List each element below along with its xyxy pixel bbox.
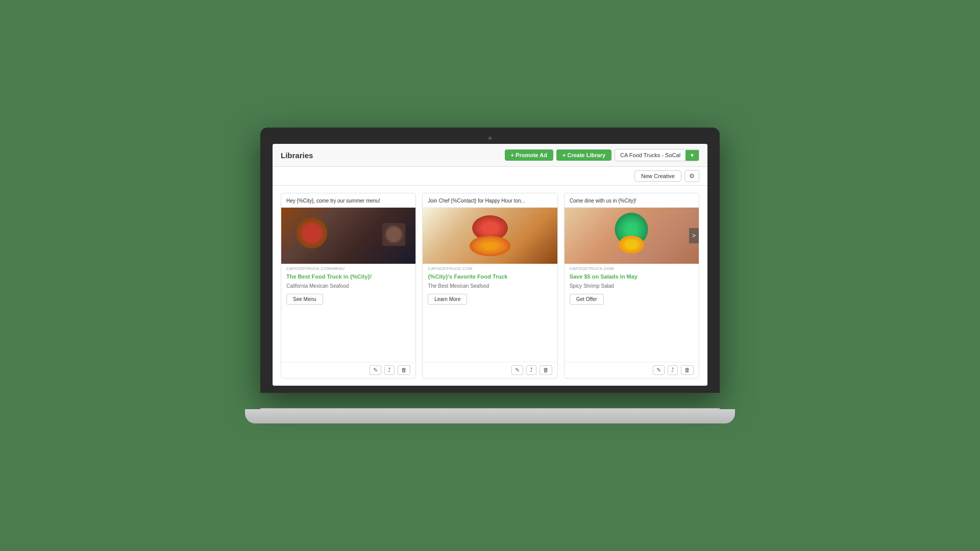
- app-container: Libraries + Promote Ad + Create Library …: [273, 144, 707, 386]
- edit-icon: ✎: [515, 367, 520, 373]
- card-2-delete-button[interactable]: 🗑: [540, 365, 552, 375]
- card-3-description: Spicy Shrimp Salad: [565, 282, 699, 292]
- card-3-header: Come dine with us in {%City}!: [565, 193, 699, 208]
- new-creative-button[interactable]: New Creative: [634, 170, 681, 182]
- card-2-footer: ✎ ⤴ 🗑: [423, 362, 557, 378]
- card-3-share-button[interactable]: ⤴: [668, 365, 678, 375]
- cards-grid: Hey {%City}, come try our summer menu! C…: [281, 193, 699, 379]
- settings-button[interactable]: ⚙: [684, 170, 699, 182]
- card-1-footer: ✎ ⤴ 🗑: [281, 362, 415, 378]
- content-area: Hey {%City}, come try our summer menu! C…: [273, 186, 707, 386]
- card-2-url: CAFOODTRUCK.COM: [423, 264, 557, 272]
- card-1-image: [281, 208, 415, 264]
- card-1-description: California Mexican Seafood: [281, 282, 415, 292]
- create-library-button[interactable]: + Create Library: [556, 149, 611, 161]
- header-actions: + Promote Ad + Create Library CA Food Tr…: [505, 149, 699, 161]
- screen: Libraries + Promote Ad + Create Library …: [273, 144, 707, 386]
- card-3-cta-row: Get Offer: [565, 292, 699, 308]
- card-2-headline: {%City}'s Favorite Food Truck: [423, 272, 557, 282]
- trash-icon: 🗑: [401, 367, 407, 373]
- screen-bezel: Libraries + Promote Ad + Create Library …: [260, 128, 720, 393]
- card-1-share-button[interactable]: ⤴: [384, 365, 395, 375]
- card-1-headline: The Best Food Truck in {%City}!: [281, 272, 415, 282]
- promote-ad-button[interactable]: + Promote Ad: [505, 149, 553, 161]
- card-2-image: [423, 208, 557, 264]
- ad-card-3: Come dine with us in {%City}! > CAFOODTR…: [564, 193, 699, 379]
- app-header: Libraries + Promote Ad + Create Library …: [273, 144, 707, 167]
- edit-icon: ✎: [373, 367, 378, 373]
- card-2-cta-row: Learn More: [423, 292, 557, 308]
- card-2-description: The Best Mexican Seafood: [423, 282, 557, 292]
- card-2-edit-button[interactable]: ✎: [511, 365, 523, 375]
- card-3-image: [565, 208, 699, 264]
- card-2-share-button[interactable]: ⤴: [526, 365, 536, 375]
- edit-icon: ✎: [656, 367, 661, 373]
- card-3-headline: Save $5 on Salads in May: [565, 272, 699, 282]
- card-2-header: Join Chef {%Contact} for Happy Hour ton.…: [423, 193, 557, 208]
- card-1-cta-row: See Menu: [281, 292, 415, 308]
- card-3-url: CAFOODTRUCK.COM: [565, 264, 699, 272]
- card-1-url: CAFOODTRUCK.COM/MENU: [281, 264, 415, 272]
- laptop-base: [245, 409, 735, 423]
- card-3-edit-button[interactable]: ✎: [653, 365, 665, 375]
- card-1-delete-button[interactable]: 🗑: [398, 365, 410, 375]
- card-3-cta-button[interactable]: Get Offer: [570, 294, 604, 305]
- camera-dot: [488, 137, 492, 140]
- ad-card-2: Join Chef {%Contact} for Happy Hour ton.…: [422, 193, 557, 379]
- laptop-container: Libraries + Promote Ad + Create Library …: [260, 128, 720, 423]
- ad-card-1: Hey {%City}, come try our summer menu! C…: [281, 193, 416, 379]
- carousel-next-button[interactable]: >: [689, 228, 699, 243]
- trash-icon: 🗑: [684, 367, 690, 373]
- card-1-header: Hey {%City}, come try our summer menu!: [281, 193, 415, 208]
- trash-icon: 🗑: [543, 367, 549, 373]
- dropdown-arrow-icon[interactable]: ▼: [685, 150, 699, 161]
- card-1-cta-button[interactable]: See Menu: [286, 294, 323, 305]
- card-3-delete-button[interactable]: 🗑: [681, 365, 694, 375]
- share-icon: ⤴: [388, 367, 391, 373]
- share-icon: ⤴: [671, 367, 674, 373]
- card-3-image-wrapper: >: [565, 208, 699, 264]
- card-2-cta-button[interactable]: Learn More: [428, 294, 467, 305]
- dropdown-selected-value: CA Food Trucks - SoCal: [615, 149, 685, 161]
- card-3-footer: ✎ ⤴ 🗑: [565, 362, 699, 378]
- share-icon: ⤴: [530, 367, 533, 373]
- card-1-edit-button[interactable]: ✎: [370, 365, 381, 375]
- toolbar: New Creative ⚙: [273, 167, 707, 186]
- library-dropdown[interactable]: CA Food Trucks - SoCal ▼: [615, 149, 699, 161]
- page-title: Libraries: [281, 151, 313, 160]
